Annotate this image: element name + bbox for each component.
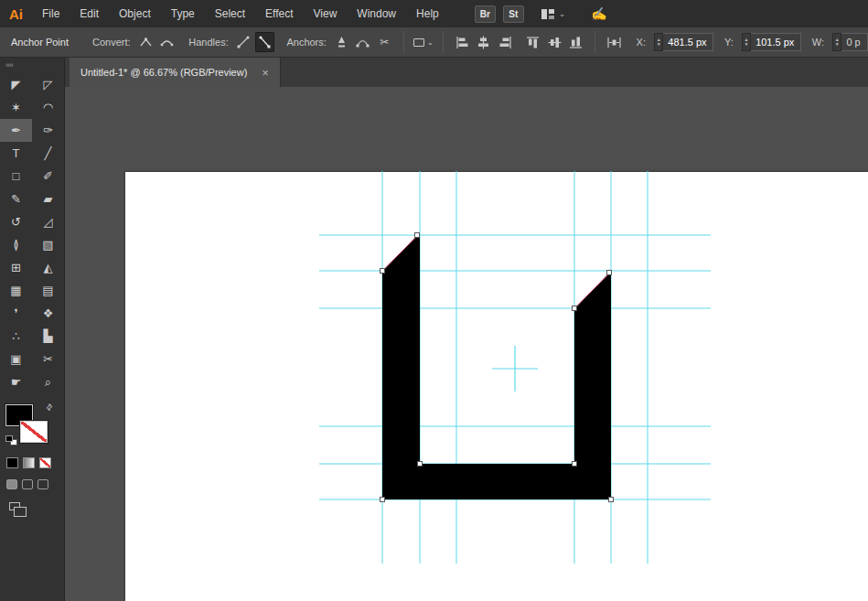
draw-normal-icon[interactable] bbox=[6, 479, 17, 489]
anchor-point[interactable] bbox=[573, 462, 577, 467]
draw-behind-icon[interactable] bbox=[22, 479, 33, 489]
stepper-down-icon[interactable]: ▼ bbox=[835, 42, 840, 47]
color-button[interactable] bbox=[6, 457, 18, 468]
mesh-tool[interactable]: ▦ bbox=[0, 279, 32, 302]
stepper-down-icon[interactable]: ▼ bbox=[744, 42, 748, 47]
magic-wand-tool-icon: ✶ bbox=[11, 101, 21, 114]
w-input[interactable]: 0 p bbox=[841, 33, 868, 51]
shaper-tool[interactable]: ✎ bbox=[0, 188, 32, 210]
convert-smooth-icon bbox=[159, 35, 175, 49]
none-button[interactable] bbox=[39, 457, 51, 468]
free-transform-tool-icon: ▧ bbox=[42, 238, 53, 252]
menu-item-type[interactable]: Type bbox=[161, 4, 205, 24]
anchor-point[interactable] bbox=[609, 498, 614, 502]
menu-item-object[interactable]: Object bbox=[109, 4, 161, 24]
align-vertical-center-button[interactable] bbox=[544, 32, 563, 52]
eyedropper-tool[interactable]: ❜ bbox=[0, 302, 32, 325]
shape-builder-tool[interactable]: ⊞ bbox=[0, 256, 32, 279]
stock-button[interactable]: St bbox=[503, 5, 524, 23]
eraser-tool[interactable]: ▰ bbox=[32, 188, 64, 210]
touch-workspace-icon[interactable]: ✍ bbox=[591, 6, 606, 21]
x-input[interactable]: 481.5 px bbox=[663, 33, 713, 51]
align-vertical-top-button[interactable] bbox=[523, 32, 542, 52]
y-label: Y: bbox=[724, 37, 734, 48]
transform-menu-button[interactable]: ⌄ bbox=[413, 32, 434, 52]
draw-inside-icon[interactable] bbox=[38, 479, 48, 489]
distribute-spacing-button[interactable] bbox=[605, 32, 624, 52]
swap-fill-stroke-icon[interactable]: ⇄ bbox=[44, 402, 55, 413]
hand-tool[interactable]: ☛ bbox=[0, 370, 32, 393]
rectangle-tool[interactable]: □ bbox=[0, 165, 32, 188]
gradient-button[interactable] bbox=[23, 457, 35, 468]
anchor-point[interactable] bbox=[415, 233, 420, 238]
w-stepper[interactable]: ▲ ▼ bbox=[832, 33, 841, 51]
menu-item-view[interactable]: View bbox=[304, 4, 348, 24]
show-handles-icon bbox=[236, 35, 252, 49]
curvature-tool[interactable]: ✑ bbox=[32, 119, 64, 142]
connect-endpoints-button[interactable] bbox=[353, 32, 372, 52]
bridge-button[interactable]: Br bbox=[475, 5, 496, 23]
menu-item-effect[interactable]: Effect bbox=[255, 4, 303, 24]
artboard-tool[interactable]: ▣ bbox=[0, 348, 32, 370]
perspective-grid-tool-icon: ◭ bbox=[44, 261, 53, 274]
close-icon[interactable]: × bbox=[262, 66, 269, 80]
anchor-point[interactable] bbox=[380, 498, 385, 502]
width-tool[interactable]: ≬ bbox=[0, 233, 32, 256]
anchor-point[interactable] bbox=[380, 269, 385, 274]
menu-item-select[interactable]: Select bbox=[205, 4, 255, 24]
align-horizontal-right-button[interactable] bbox=[495, 32, 514, 52]
blend-tool[interactable]: ❖ bbox=[32, 302, 64, 325]
stroke-color-swatch[interactable] bbox=[20, 421, 48, 443]
collapse-panel-button[interactable]: «« bbox=[0, 58, 64, 71]
convert-to-smooth-button[interactable] bbox=[157, 32, 177, 52]
y-stepper[interactable]: ▲ ▼ bbox=[742, 33, 751, 51]
anchor-point[interactable] bbox=[418, 462, 423, 467]
menu-item-help[interactable]: Help bbox=[406, 4, 449, 24]
screen-mode-icon[interactable] bbox=[9, 502, 20, 510]
direct-selection-tool[interactable]: ◸ bbox=[32, 73, 64, 96]
menu-item-window[interactable]: Window bbox=[347, 4, 406, 24]
menu-item-file[interactable]: File bbox=[32, 4, 70, 24]
slice-tool[interactable]: ✂ bbox=[32, 348, 64, 370]
x-stepper[interactable]: ▲ ▼ bbox=[654, 33, 663, 51]
workspace-switcher-button[interactable]: ⌄ bbox=[541, 8, 566, 20]
column-graph-tool-icon: ▙ bbox=[44, 329, 53, 343]
hide-handles-button[interactable] bbox=[255, 32, 274, 52]
gradient-tool[interactable]: ▤ bbox=[32, 279, 64, 302]
canvas[interactable] bbox=[65, 87, 868, 601]
default-fill-stroke-icon[interactable] bbox=[5, 435, 18, 446]
cut-path-button[interactable]: ✂ bbox=[375, 32, 394, 52]
stepper-down-icon[interactable]: ▼ bbox=[657, 42, 661, 47]
pen-tool[interactable]: ✒ bbox=[0, 119, 32, 142]
hand-tool-icon: ☛ bbox=[11, 375, 22, 389]
align-vertical-bottom-button[interactable] bbox=[566, 32, 585, 52]
convert-to-corner-button[interactable] bbox=[136, 32, 155, 52]
symbol-sprayer-tool[interactable]: ∴ bbox=[0, 325, 32, 348]
remove-anchor-button[interactable] bbox=[332, 32, 351, 52]
anchor-point[interactable] bbox=[573, 306, 577, 311]
type-tool-icon: T bbox=[13, 146, 20, 160]
line-segment-tool[interactable]: ╱ bbox=[32, 142, 64, 165]
convert-label: Convert: bbox=[92, 37, 131, 48]
drawing-mode-buttons bbox=[6, 479, 64, 489]
show-handles-button[interactable] bbox=[234, 32, 253, 52]
menu-item-edit[interactable]: Edit bbox=[70, 4, 109, 24]
y-input[interactable]: 101.5 px bbox=[751, 33, 801, 51]
align-horizontal-left-button[interactable] bbox=[453, 32, 472, 52]
align-horizontal-center-button[interactable] bbox=[474, 32, 493, 52]
anchor-point[interactable] bbox=[607, 271, 612, 275]
magic-wand-tool[interactable]: ✶ bbox=[0, 96, 32, 119]
paintbrush-tool[interactable]: ✐ bbox=[32, 165, 64, 188]
lasso-tool[interactable]: ◠ bbox=[32, 96, 64, 119]
zoom-tool[interactable]: ⌕ bbox=[32, 370, 64, 393]
selection-tool[interactable]: ◤ bbox=[0, 73, 32, 96]
scale-tool[interactable]: ◿ bbox=[32, 210, 64, 233]
rotate-tool[interactable]: ↺ bbox=[0, 210, 32, 233]
document-tab[interactable]: Untitled-1* @ 66.67% (RGB/Preview) × bbox=[70, 58, 281, 87]
canvas-overlay bbox=[65, 87, 868, 601]
type-tool[interactable]: T bbox=[0, 142, 32, 165]
free-transform-tool[interactable]: ▧ bbox=[32, 233, 64, 256]
letter-shape-path[interactable] bbox=[382, 235, 611, 499]
column-graph-tool[interactable]: ▙ bbox=[32, 325, 64, 348]
perspective-grid-tool[interactable]: ◭ bbox=[32, 256, 64, 279]
